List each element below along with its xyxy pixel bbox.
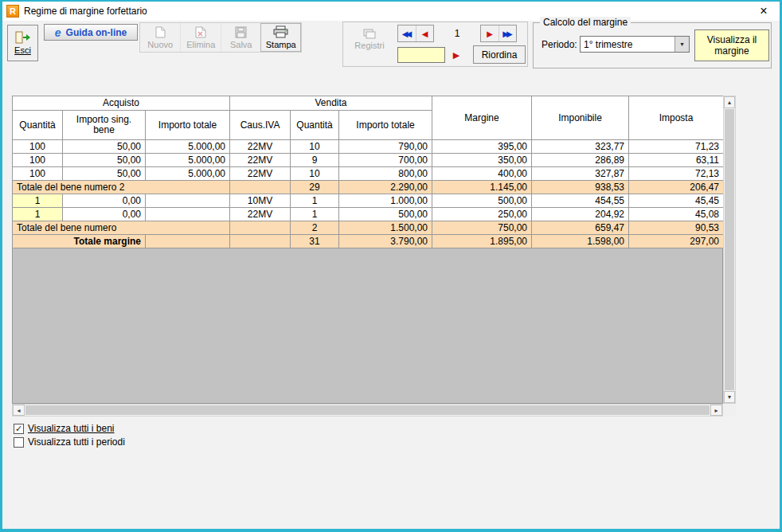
record-search-input[interactable]: [397, 47, 445, 63]
table-cell: 1.895,00: [432, 235, 532, 248]
total-row[interactable]: Totale del bene numero21.500,00750,00659…: [13, 221, 724, 235]
table-cell: 90,53: [629, 221, 724, 235]
scroll-up-button[interactable]: ▴: [724, 96, 735, 108]
table-cell: 1: [13, 208, 63, 221]
total-row[interactable]: Totale margine313.790,001.895,001.598,00…: [13, 235, 724, 248]
table-cell: 2: [291, 221, 339, 235]
table-row[interactable]: 10050,005.000,0022MV10800,00400,00327,87…: [13, 167, 724, 181]
table-cell: [146, 208, 230, 221]
vendita-group-header: Vendita: [230, 96, 432, 111]
previous-record-icon: ◀: [422, 29, 428, 38]
chevron-down-icon[interactable]: ▾: [674, 37, 689, 52]
vertical-scroll-thumb[interactable]: [725, 109, 734, 390]
stampa-button[interactable]: Stampa: [260, 23, 301, 52]
table-row[interactable]: 10050,005.000,0022MV9700,00350,00286,896…: [13, 154, 724, 167]
new-document-icon: [155, 26, 166, 38]
table-cell: 50,00: [63, 140, 146, 154]
table-cell: 45,45: [629, 194, 724, 208]
printer-icon: [273, 25, 288, 38]
table-cell: 500,00: [432, 194, 532, 208]
visualizza-periodi-row[interactable]: Visualizza tutti i periodi: [14, 436, 125, 448]
table-cell: 100: [13, 140, 63, 154]
table-cell: 72,13: [629, 167, 724, 181]
table-cell: 71,23: [629, 140, 724, 154]
scroll-left-button[interactable]: ◂: [13, 405, 25, 416]
total-row[interactable]: Totale del bene numero 2292.290,001.145,…: [13, 181, 724, 194]
visualizza-beni-row[interactable]: ✓ Visualizza tutti i beni: [14, 423, 115, 434]
elimina-button[interactable]: Elimina: [180, 23, 221, 52]
registri-button[interactable]: Registri: [348, 24, 391, 54]
table-cell: 22MV: [230, 154, 291, 167]
margin-table-area: AcquistoVenditaMargineImponibileImpostaQ…: [12, 96, 736, 417]
table-cell: 45,08: [629, 208, 724, 221]
visualizza-label: Visualizza il margine: [697, 34, 767, 57]
nuovo-button[interactable]: Nuovo: [140, 23, 180, 52]
visualizza-margine-button[interactable]: Visualizza il margine: [694, 29, 769, 61]
first-record-button[interactable]: ◀◀: [398, 25, 416, 41]
table-cell: [146, 235, 230, 248]
internet-icon: e: [55, 27, 61, 38]
table-cell: 9: [291, 154, 339, 167]
scroll-down-button[interactable]: ▾: [724, 391, 735, 403]
esci-button[interactable]: Esci: [7, 25, 38, 61]
last-record-button[interactable]: ▶▶: [499, 25, 516, 41]
table-row[interactable]: 10,0010MV11.000,00500,00454,5545,45: [13, 194, 724, 208]
table-cell: 31: [291, 235, 339, 248]
stampa-label: Stampa: [266, 40, 296, 49]
calcolo-margine-groupbox: Calcolo del margine Periodo: 1° trimestr…: [533, 22, 772, 68]
titlebar: R Regime di margine forfettario ×: [2, 2, 780, 21]
scroll-right-button[interactable]: ▸: [710, 405, 722, 416]
table-cell: 22MV: [230, 140, 291, 154]
table-cell: 100: [13, 167, 63, 181]
table-cell: 327,87: [532, 167, 629, 181]
table-cell: 22MV: [230, 208, 291, 221]
exit-door-icon: [15, 31, 31, 44]
table-cell: 29: [291, 181, 339, 194]
table-cell: 323,77: [532, 140, 629, 154]
table-cell: 5.000,00: [146, 140, 230, 154]
next-record-button[interactable]: ▶: [481, 25, 499, 41]
record-navigation-panel: Registri ◀◀ ◀ 1 ▶ ▶▶ ▶ Riordina: [342, 22, 528, 67]
esci-label: Esci: [14, 45, 31, 55]
periodo-dropdown[interactable]: 1° trimestre ▾: [580, 36, 690, 53]
salva-button[interactable]: Salva: [221, 23, 261, 52]
nav-forward-group: ▶ ▶▶: [480, 25, 517, 42]
column-header-0: Quantità: [13, 111, 63, 140]
guida-online-button[interactable]: e Guida on-line: [44, 24, 138, 41]
table-cell: 22MV: [230, 167, 291, 181]
table-cell: 2.290,00: [339, 181, 432, 194]
table-cell: 286,89: [532, 154, 629, 167]
table-cell: 1.000,00: [339, 194, 432, 208]
table-row[interactable]: 10050,005.000,0022MV10790,00395,00323,77…: [13, 140, 724, 154]
table-cell: [230, 181, 291, 194]
table-cell: 100: [13, 154, 63, 167]
table-cell: 204,92: [532, 208, 629, 221]
riordina-button[interactable]: Riordina: [473, 45, 526, 64]
previous-record-button[interactable]: ◀: [416, 25, 433, 41]
vertical-scrollbar[interactable]: ▴ ▾: [723, 96, 736, 404]
total-row-label: Totale del bene numero: [13, 221, 230, 235]
horizontal-scroll-thumb[interactable]: [25, 405, 710, 415]
table-cell: [230, 221, 291, 235]
table-cell: 0,00: [63, 208, 146, 221]
table-cell: 659,47: [532, 221, 629, 235]
table-cell: 1: [291, 194, 339, 208]
table-cell: 1.598,00: [532, 235, 629, 248]
horizontal-scrollbar[interactable]: ◂ ▸: [12, 404, 723, 417]
go-to-record-button[interactable]: ▶: [449, 49, 463, 61]
beni-checkbox[interactable]: ✓: [14, 424, 24, 434]
periodi-checkbox[interactable]: [14, 437, 24, 448]
nuovo-label: Nuovo: [147, 40, 173, 49]
table-cell: 206,47: [629, 181, 724, 194]
first-record-icon: ◀◀: [402, 29, 409, 38]
table-row[interactable]: 10,0022MV1500,00250,00204,9245,08: [13, 208, 724, 221]
table-cell: [146, 194, 230, 208]
close-button[interactable]: ×: [753, 2, 775, 21]
column-header-3: Caus.IVA: [230, 111, 291, 140]
periodo-selected-value: 1° trimestre: [584, 39, 632, 50]
toolbar-button-group: Nuovo Elimina Salva Stampa: [139, 22, 302, 53]
grid-column: AcquistoVenditaMargineImponibileImpostaQ…: [12, 96, 723, 404]
total-row-label: Totale margine: [13, 235, 146, 248]
app-icon: R: [6, 5, 19, 18]
table-cell: 10: [291, 140, 339, 154]
